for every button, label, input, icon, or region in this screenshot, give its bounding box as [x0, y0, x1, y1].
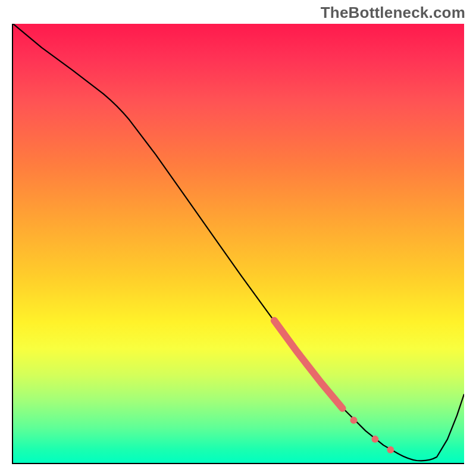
highlight-dot-2 — [371, 436, 378, 443]
plot-area — [12, 24, 464, 464]
chart-svg — [13, 24, 464, 463]
highlight-dot-3 — [387, 446, 394, 453]
highlight-dot-1 — [350, 416, 358, 424]
chart-container: TheBottleneck.com — [0, 0, 476, 476]
highlight-segment — [274, 321, 343, 409]
watermark-text: TheBottleneck.com — [321, 4, 465, 22]
bottleneck-curve — [13, 24, 464, 461]
